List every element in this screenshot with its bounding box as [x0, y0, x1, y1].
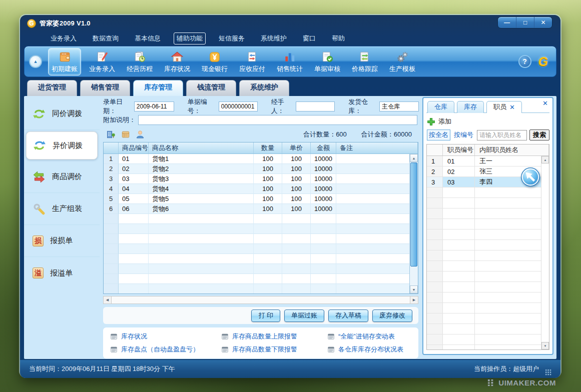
cell-unit-price[interactable]: 100: [282, 174, 311, 184]
cell-product-code[interactable]: 01: [119, 154, 149, 164]
cell-note[interactable]: [336, 154, 418, 164]
cell-product-name[interactable]: 货物5: [149, 194, 254, 204]
toolbar-item-business-entry[interactable]: 业务录入: [86, 48, 119, 76]
cell-quantity[interactable]: 100: [254, 154, 282, 164]
cell-product-name[interactable]: 货物3: [149, 174, 254, 184]
menu-item-window[interactable]: 窗口: [300, 32, 319, 44]
toolbar-item-sales-statistics[interactable]: 销售统计: [273, 48, 306, 76]
scrollbar-thumb[interactable]: [410, 162, 417, 266]
cell-product-code[interactable]: 06: [119, 204, 149, 214]
link-stock-lower-limit-alarm[interactable]: 库存商品数量下限报警: [221, 345, 327, 354]
cell-note[interactable]: [336, 184, 418, 194]
scroll-up-icon[interactable]: ▲: [410, 154, 418, 162]
link-almighty-flow-report[interactable]: “全能”进销存变动表: [327, 332, 418, 341]
sidebar-item-overflow-report[interactable]: 溢 报溢单: [24, 257, 100, 289]
tab-warehouse[interactable]: 仓库: [427, 101, 454, 113]
cell-unit-price[interactable]: 100: [282, 194, 311, 204]
cell-employee-code[interactable]: 03: [443, 177, 475, 188]
save-draft-button[interactable]: 存入草稿: [328, 310, 368, 322]
menu-item-basic-info[interactable]: 基本信息: [132, 32, 164, 44]
resize-grip[interactable]: [545, 369, 551, 376]
sidebar-item-diff-price-transfer[interactable]: 异价调拨: [26, 132, 98, 160]
toolbar-item-price-tracking[interactable]: 价格跟踪: [348, 48, 381, 76]
tab-sales-management[interactable]: 销售管理: [80, 80, 130, 96]
cell-note[interactable]: [336, 204, 418, 214]
toolbar-item-document-audit[interactable]: 单据审核: [311, 48, 344, 76]
discard-changes-button[interactable]: 废弃修改: [372, 310, 412, 322]
cell-unit-price[interactable]: 100: [282, 184, 311, 194]
tab-employee[interactable]: 职员 ✕: [486, 101, 522, 113]
close-button[interactable]: ✕: [534, 17, 552, 28]
tab-close-icon[interactable]: ✕: [509, 104, 515, 111]
entry-date-field[interactable]: [134, 102, 174, 112]
link-warehouse-distribution[interactable]: 各仓库库存分布状况表: [327, 345, 418, 354]
menu-item-aux-functions[interactable]: 辅助功能: [174, 32, 206, 44]
menu-item-business-entry[interactable]: 业务录入: [48, 32, 80, 44]
cell-product-code[interactable]: 02: [119, 164, 149, 174]
cell-quantity[interactable]: 100: [254, 174, 282, 184]
cell-unit-price[interactable]: 100: [282, 154, 311, 164]
cell-product-name[interactable]: 货物6: [149, 204, 254, 214]
cell-note[interactable]: [336, 174, 418, 184]
cell-note[interactable]: [336, 164, 418, 174]
menu-item-help[interactable]: 帮助: [329, 32, 348, 44]
print-button[interactable]: 打 印: [251, 310, 280, 322]
scroll-down-icon[interactable]: ▼: [541, 342, 549, 350]
cell-quantity[interactable]: 100: [254, 164, 282, 174]
toolbar-item-cash-bank[interactable]: 现金银行: [198, 48, 231, 76]
list-item[interactable]: 1 01 王一: [427, 156, 549, 166]
cell-amount[interactable]: 10000: [311, 154, 336, 164]
link-stock-upper-limit-alarm[interactable]: 库存商品数量上限报警: [221, 332, 327, 341]
scroll-right-icon[interactable]: ▶: [410, 296, 418, 304]
menu-item-sms-service[interactable]: 短信服务: [216, 32, 248, 44]
toolbar-item-business-history[interactable]: 经营历程: [123, 48, 156, 76]
cell-quantity[interactable]: 100: [254, 184, 282, 194]
cell-employee-name[interactable]: 王一: [475, 156, 549, 166]
document-number-field[interactable]: [219, 102, 258, 112]
cell-amount[interactable]: 10000: [311, 174, 336, 184]
filter-by-code[interactable]: 按编号: [453, 130, 474, 140]
toolbar-item-production-template[interactable]: 生产模板: [386, 48, 419, 76]
horizontal-scrollbar[interactable]: ◀ ▶: [103, 296, 418, 304]
sidebar-item-price-adjustment[interactable]: 商品调价: [24, 161, 100, 193]
cell-product-name[interactable]: 货物1: [149, 154, 254, 164]
company-building-icon[interactable]: [106, 130, 116, 140]
sidebar-item-production-assembly[interactable]: 生产组装: [24, 193, 100, 225]
link-stocktaking[interactable]: 库存盘点（自动盘盈盘亏）: [110, 345, 221, 354]
cell-amount[interactable]: 10000: [311, 204, 336, 214]
brand-logo-icon[interactable]: G: [538, 54, 548, 69]
cell-note[interactable]: [336, 194, 418, 204]
post-document-button[interactable]: 单据过账: [284, 310, 324, 322]
employee-person-icon[interactable]: [135, 130, 145, 140]
sidebar-item-same-price-transfer[interactable]: 同价调拨: [24, 98, 100, 130]
tab-system-maintenance[interactable]: 系统维护: [239, 80, 289, 96]
menu-item-system-maintenance[interactable]: 系统维护: [258, 32, 290, 44]
cell-product-name[interactable]: 货物2: [149, 164, 254, 174]
cell-amount[interactable]: 10000: [311, 194, 336, 204]
tab-cashflow-management[interactable]: 钱流管理: [186, 80, 236, 96]
cell-unit-price[interactable]: 100: [282, 164, 311, 174]
additional-note-field[interactable]: [138, 115, 417, 125]
link-inventory-status[interactable]: 库存状况: [110, 332, 221, 341]
minimize-button[interactable]: —: [498, 17, 516, 28]
tab-purchase-management[interactable]: 进货管理: [27, 80, 77, 96]
scroll-up-icon[interactable]: ▲: [541, 156, 549, 164]
cell-product-code[interactable]: 03: [119, 174, 149, 184]
employee-scrollbar[interactable]: ▲ ▼: [541, 156, 549, 350]
cell-product-name[interactable]: 货物4: [149, 184, 254, 194]
help-icon[interactable]: ?: [518, 55, 531, 68]
add-button[interactable]: 添加: [438, 117, 451, 126]
filter-by-fullname[interactable]: 按全名: [427, 130, 450, 140]
cell-amount[interactable]: 10000: [311, 184, 336, 194]
cell-quantity[interactable]: 100: [254, 204, 282, 214]
cell-quantity[interactable]: 100: [254, 194, 282, 204]
vertical-scrollbar[interactable]: ▲ ▼: [409, 154, 418, 294]
toolbar-item-initial-setup[interactable]: 初期建账: [48, 48, 81, 76]
toolbar-item-receivable-payable[interactable]: 应收应付: [236, 48, 269, 76]
menu-item-data-query[interactable]: 数据查询: [90, 32, 122, 44]
maximize-button[interactable]: □: [516, 17, 534, 28]
toolbar-collapse-button[interactable]: ▲: [29, 55, 42, 68]
sidebar-item-loss-report[interactable]: 损 报损单: [24, 225, 100, 257]
cell-product-code[interactable]: 05: [119, 194, 149, 204]
shipping-warehouse-field[interactable]: [379, 102, 419, 112]
